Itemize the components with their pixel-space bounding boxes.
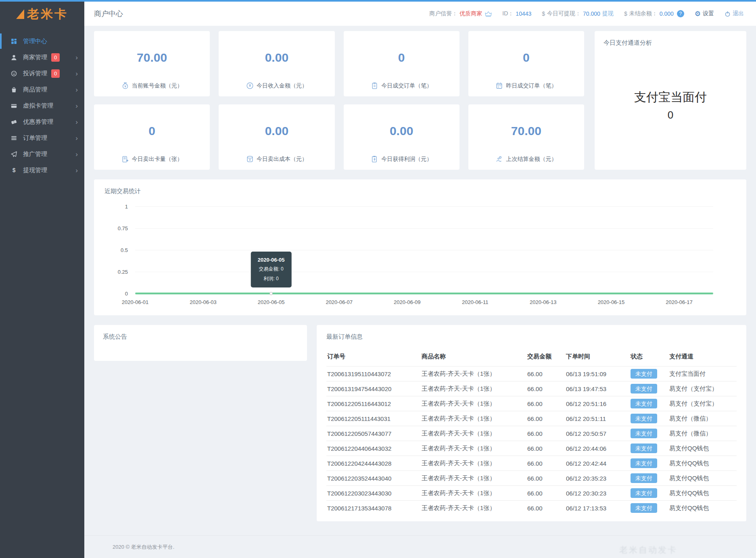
sidebar-item-coupon[interactable]: 优惠券管理 › [0,114,84,130]
withdraw-link[interactable]: 提现 [602,10,614,17]
sidebar-item-virtual-card[interactable]: 虚拟卡管理 › [0,98,84,114]
balance-value: 0.000 [660,10,674,17]
order-channel: 易支付（支付宝） [666,396,737,411]
settings-label: 设置 [703,10,714,17]
sidebar-item-product[interactable]: 商品管理 › [0,81,84,98]
chevron-right-icon: › [75,135,78,142]
send-icon [10,151,17,157]
id-label: ID： [502,10,514,17]
status-badge: 未支付 [631,414,657,423]
y-axis-label: 0.5 [104,247,128,253]
x-axis-label: 2020-06-13 [530,299,557,305]
order-channel: 支付宝当面付 [666,366,737,381]
order-no: T200612203023443030 [326,486,418,501]
status-badge: 未支付 [631,503,657,513]
chevron-right-icon: › [75,167,78,174]
x-axis-label: 2020-06-03 [190,299,217,305]
stat-card: 0 昨日成交订单（笔） [468,31,584,96]
calendar-icon [495,82,503,90]
money-bag-icon: ¥ [121,82,129,90]
id-value: 10443 [516,10,531,17]
order-amount: 66.00 [524,471,563,486]
stat-label: 今日收入金额（元） [257,82,307,90]
order-time: 06/12 20:51:11 [563,411,627,426]
chevron-right-icon: › [75,151,78,158]
bag-icon [10,86,17,93]
sidebar-item-withdraw[interactable]: $ 提现管理 › [0,162,84,178]
sidebar-item-label: 提现管理 [23,167,47,174]
orders-column-header: 状态 [627,350,666,366]
sidebar-item-label: 订单管理 [23,134,47,142]
chart-title: 近期交易统计 [104,187,736,195]
order-no: T200612171353443078 [326,501,418,516]
order-no: T200613195110443072 [326,366,418,381]
user-icon [10,54,17,60]
chart-tooltip: 2020-06-05 交易金额: 0利润: 0 [251,252,292,287]
list-icon [10,135,17,141]
watermark: 老米自动发卡 [619,544,677,556]
announcements-title: 系统公告 [103,333,298,341]
orders-header-row: 订单号商品名称交易金额下单时间状态支付通道 [326,350,737,366]
card-out-icon [121,155,129,163]
logout-button[interactable]: 退出 [725,10,744,17]
reputation-label: 商户信誉： [429,10,457,17]
sidebar-item-order[interactable]: 订单管理 › [0,130,84,146]
order-channel: 易支付（微信） [666,411,737,426]
stat-value: 0.00 [390,124,413,138]
settings-button[interactable]: ⚙ 设置 [695,10,714,17]
stat-value: 0.00 [265,51,288,65]
dollar-icon: $ [10,167,17,173]
help-icon[interactable]: ? [677,10,684,17]
order-time: 06/13 19:51:09 [563,366,627,381]
order-no: T200612203524443040 [326,471,418,486]
orders-column-header: 下单时间 [563,350,627,366]
withdrawable-today: $ 今日可提现： 70.000 提现 [542,10,614,17]
order-row: T200612205116443012 王者农药-齐天-天卡（1张） 66.00… [326,396,737,411]
sidebar-item-label: 投诉管理 [23,70,47,77]
chart-gridline [135,228,713,229]
copyright-text: 2020 © 老米自动发卡平台. [113,543,174,551]
order-amount: 66.00 [524,501,563,516]
order-product: 王者农药-齐天-天卡（1张） [418,411,524,426]
withdraw-label: 今日可提现： [547,10,581,17]
sidebar-item-label: 商品管理 [23,86,47,94]
stat-value: 70.00 [137,51,167,65]
order-row: T200612204244443028 王者农药-齐天-天卡（1张） 66.00… [326,456,737,471]
chart-gridline [135,250,713,250]
order-product: 王者农药-齐天-天卡（1张） [418,381,524,396]
page-title: 商户中心 [94,9,123,19]
order-product: 王者农药-齐天-天卡（1张） [418,501,524,516]
order-time: 06/12 20:35:23 [563,471,627,486]
stat-card: 70.00 ¥ 当前账号金额（元） [94,31,210,96]
sidebar-item-dashboard[interactable]: 管理中心 [0,33,84,49]
coins-icon: ¥ [246,155,254,163]
stat-label: 今日卖出卡量（张） [132,156,183,163]
order-no: T200612205111443031 [326,411,418,426]
chevron-right-icon: › [75,102,78,109]
order-product: 王者农药-齐天-天卡（1张） [418,486,524,501]
stat-label: 今日卖出成本（元） [257,156,307,163]
orders-column-header: 商品名称 [418,350,524,366]
x-axis-label: 2020-06-05 [258,299,285,305]
app-logo[interactable]: 老米卡 [0,2,84,27]
chart-plot[interactable]: 2020-06-05 交易金额: 0利润: 0 10.750.50.250 [135,206,713,294]
stat-value: 70.00 [511,124,541,138]
order-row: T200612203524443040 王者农药-齐天-天卡（1张） 66.00… [326,471,737,486]
orders-column-header: 交易金额 [524,350,563,366]
stat-card: 0 今日卖出卡量（张） [94,104,210,170]
power-icon [725,11,731,17]
orders-column-header: 订单号 [326,350,418,366]
sidebar-item-merchant[interactable]: 商家管理 0 › [0,49,84,65]
logo-text: 老米卡 [27,6,68,23]
profit-icon [371,155,378,163]
chevron-right-icon: › [75,70,78,77]
main-column: 商户中心 商户信誉： 优质商家 ID： 10443 $ 今日可提现： 70.00… [84,2,756,558]
sidebar-item-complaint[interactable]: 投诉管理 0 › [0,65,84,81]
transactions-chart-card: 近期交易统计 2020-06-05 交易金额: 0利润: 0 10.750.50… [94,179,746,315]
orders-column-header: 支付通道 [666,350,737,366]
stat-label: 今日成交订单（笔） [381,82,432,90]
sidebar-item-promotion[interactable]: 推广管理 › [0,146,84,162]
svg-text:¥: ¥ [249,158,251,162]
stats-row: 70.00 ¥ 当前账号金额（元） 0.00 ¥ 今日收入金额（元） 0 今日成… [94,31,746,170]
order-channel: 易支付（支付宝） [666,381,737,396]
